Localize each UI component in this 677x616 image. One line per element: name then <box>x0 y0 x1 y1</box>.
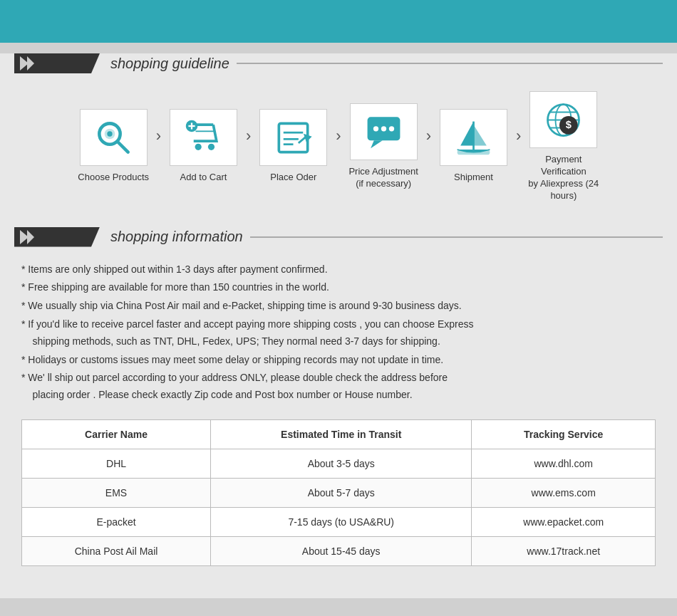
cart-icon <box>184 118 223 157</box>
step-label-choose: Choose Products <box>78 172 149 184</box>
svg-text:$: $ <box>566 119 572 130</box>
arrow-4: › <box>426 127 431 145</box>
globe-icon: $ <box>544 100 583 140</box>
information-title: shopping information <box>110 229 243 245</box>
header-decoration <box>14 53 100 73</box>
step-price-adjustment: Price Adjustment (if necessary) <box>343 103 425 190</box>
table-cell-1-2: www.ems.com <box>472 478 656 507</box>
info-line-4: * If you'd like to receive parcel faster… <box>21 316 656 350</box>
info-line-3: * We usually ship via China Post Air mai… <box>21 298 656 315</box>
ship-icon <box>454 118 493 157</box>
table-cell-0-0: DHL <box>22 449 211 478</box>
step-icon-box-cart <box>170 109 237 166</box>
table-cell-0-2: www.dhl.com <box>472 449 656 478</box>
svg-point-20 <box>381 127 386 132</box>
arrow-2: › <box>246 127 251 145</box>
step-label-cart: Add to Cart <box>180 172 227 184</box>
step-icon-box-choose <box>80 109 148 166</box>
svg-marker-22 <box>460 121 473 145</box>
table-cell-3-0: China Post Ail Mail <box>22 536 211 565</box>
svg-point-8 <box>208 144 215 150</box>
table-cell-2-0: E-packet <box>22 507 211 536</box>
step-icon-box-order <box>259 109 327 166</box>
step-place-order: Place Oder <box>252 109 334 184</box>
table-cell-3-1: About 15-45 days <box>211 536 472 565</box>
svg-line-2 <box>118 142 128 152</box>
svg-point-7 <box>195 144 202 150</box>
info-line-5: * Holidays or customs issues may meet so… <box>21 352 656 369</box>
step-icon-box-globe: $ <box>529 91 597 148</box>
table-row: DHLAbout 3-5 dayswww.dhl.com <box>22 449 656 478</box>
table-cell-0-1: About 3-5 days <box>211 449 472 478</box>
arrow-3: › <box>336 127 341 145</box>
table-row: E-packet7-15 days (to USA&RU)www.epacket… <box>22 507 656 536</box>
table-cell-2-2: www.epacket.com <box>472 507 656 536</box>
info-line-2: * Free shipping are available for more t… <box>21 279 656 296</box>
svg-rect-25 <box>458 150 490 155</box>
table-row: China Post Ail MailAbout 15-45 dayswww.1… <box>22 536 656 565</box>
col-header-carrier: Carrier Name <box>22 419 211 449</box>
svg-point-21 <box>388 127 393 132</box>
step-icon-box-ship <box>440 109 507 166</box>
table-header-row: Carrier Name Estimated Time in Transit T… <box>22 419 656 449</box>
step-add-to-cart: Add to Cart <box>162 109 244 184</box>
guideline-title: shopping guideline <box>110 56 229 72</box>
table-row: EMSAbout 5-7 dayswww.ems.com <box>22 478 656 507</box>
arrow-5: › <box>516 127 521 145</box>
table-cell-2-1: 7-15 days (to USA&RU) <box>211 507 472 536</box>
chat-icon <box>364 112 403 151</box>
svg-point-19 <box>373 127 378 132</box>
shipping-table: Carrier Name Estimated Time in Transit T… <box>21 419 656 566</box>
step-payment-verification: $ Payment Verification by Aliexpress (24… <box>522 91 604 202</box>
order-icon <box>274 118 313 157</box>
table-cell-3-2: www.17track.net <box>472 536 656 565</box>
step-shipment: Shipment <box>433 109 515 184</box>
table-cell-1-1: About 5-7 days <box>211 478 472 507</box>
info-line-1: * Items are only shipped out within 1-3 … <box>21 261 656 278</box>
step-label-order: Place Oder <box>270 172 316 184</box>
information-header: shopping information <box>14 227 663 247</box>
step-label-price: Price Adjustment (if necessary) <box>348 166 418 190</box>
search-icon <box>94 118 133 157</box>
content-area: shopping guideline Choose Products › <box>0 53 677 598</box>
svg-point-3 <box>107 131 112 136</box>
col-header-tracking: Tracking Service <box>472 419 656 449</box>
info-header-line <box>250 236 663 238</box>
steps-container: Choose Products › Add to Cart <box>14 84 663 216</box>
header-line <box>237 63 663 64</box>
step-icon-box-chat <box>350 103 418 160</box>
step-label-shipment: Shipment <box>454 172 493 184</box>
col-header-time: Estimated Time in Transit <box>211 419 472 449</box>
step-choose-products: Choose Products <box>73 109 155 184</box>
info-header-decoration <box>14 227 100 247</box>
svg-marker-23 <box>473 125 486 145</box>
guideline-header: shopping guideline <box>14 53 663 73</box>
step-label-payment: Payment Verification by Aliexpress (24 h… <box>522 154 604 202</box>
svg-marker-18 <box>371 141 383 149</box>
arrow-1: › <box>156 127 161 145</box>
info-line-6: * We' ll ship out parcel according to yo… <box>21 370 656 404</box>
top-banner <box>0 0 677 43</box>
table-cell-1-0: EMS <box>22 478 211 507</box>
information-text: * Items are only shipped out within 1-3 … <box>14 258 663 409</box>
